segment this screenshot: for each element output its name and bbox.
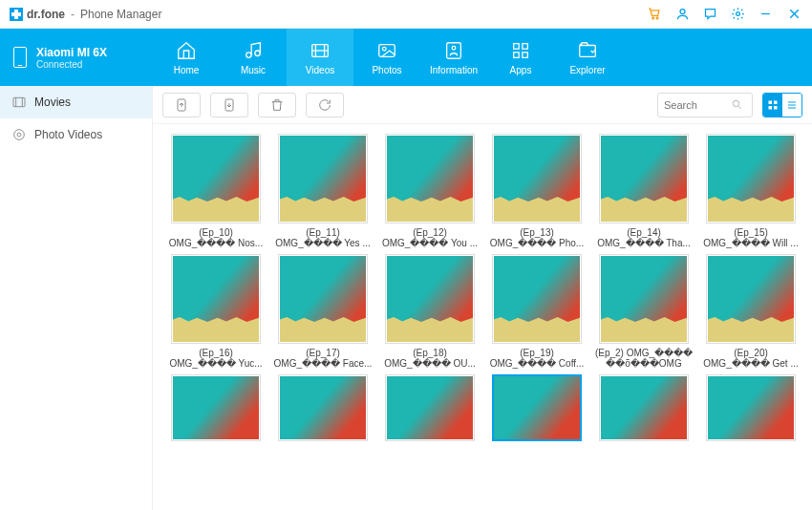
video-thumbnail[interactable] [278,134,368,223]
nav-label: Music [241,65,266,75]
video-item[interactable] [590,374,697,441]
svg-rect-21 [580,45,596,56]
video-caption-2: OMG_���� Tha... [590,238,697,248]
view-toggle [762,93,802,117]
device-name: Xiaomi MI 6X [36,46,107,59]
video-thumbnail[interactable] [171,254,261,344]
video-caption-2: OMG_���� You ... [376,238,483,248]
video-thumbnail[interactable] [599,134,689,223]
delete-button[interactable] [258,93,296,117]
video-caption-1: (Ep_13) [483,227,590,238]
svg-point-29 [733,100,739,107]
settings-icon[interactable] [731,7,745,21]
video-item[interactable]: (Ep_20)OMG_���� Get ... [697,254,804,369]
video-caption-2: OMG_���� Coff... [483,358,590,369]
nav-information[interactable]: Information [420,29,487,86]
close-button[interactable] [786,6,802,22]
video-item[interactable] [162,374,269,441]
video-thumbnail[interactable] [492,254,582,344]
search-input[interactable] [664,99,731,111]
title-separator: - [71,8,75,21]
video-thumbnail[interactable] [599,374,689,441]
header-nav: Xiaomi MI 6X Connected HomeMusicVideosPh… [0,29,812,86]
video-item[interactable]: (Ep_17)OMG_���� Face... [269,254,376,369]
sidebar-item-movies[interactable]: Movies [0,86,152,118]
video-thumbnail[interactable] [706,374,796,441]
video-grid: (Ep_10)OMG_���� Nos...(Ep_11)OMG_���� Ye… [153,124,812,510]
video-caption-1: (Ep_12) [376,227,483,238]
main-panel: (Ep_10)OMG_���� Nos...(Ep_11)OMG_���� Ye… [153,86,812,510]
svg-rect-22 [13,97,25,106]
video-item[interactable] [697,374,804,441]
video-item[interactable] [376,374,483,441]
video-caption-2: OMG_���� Nos... [162,238,269,248]
feedback-icon[interactable] [703,7,717,21]
svg-point-7 [246,52,252,57]
nav-videos[interactable]: Videos [287,29,353,86]
video-item[interactable]: (Ep_12)OMG_���� You ... [376,134,483,248]
video-item[interactable] [483,374,590,441]
nav-apps[interactable]: Apps [487,29,554,86]
video-item[interactable]: (Ep_13)OMG_���� Pho... [483,134,590,248]
svg-rect-13 [379,44,395,56]
video-thumbnail[interactable] [171,374,261,441]
titlebar: dr.fone - Phone Manager [0,0,812,29]
video-caption-1: (Ep_19) [483,348,590,358]
video-caption-2: ��õ���OMG [590,358,697,369]
video-item[interactable]: (Ep_16)OMG_���� Yuc... [162,254,269,369]
video-thumbnail[interactable] [385,374,475,441]
list-view-button[interactable] [782,94,801,117]
video-item[interactable]: (Ep_19)OMG_���� Coff... [483,254,590,369]
video-thumbnail[interactable] [492,134,582,223]
account-icon[interactable] [675,7,690,21]
export-button[interactable] [210,93,248,117]
video-thumbnail[interactable] [385,134,475,223]
svg-point-16 [452,46,456,50]
refresh-button[interactable] [306,93,344,117]
app-brand: dr.fone [27,8,65,21]
video-caption-2: OMG_���� Pho... [483,238,590,248]
video-caption-2: OMG_���� Face... [269,358,376,369]
video-thumbnail[interactable] [171,134,261,223]
nav-home[interactable]: Home [153,29,220,86]
video-item[interactable]: (Ep_2) OMG_������õ���OMG [590,254,697,369]
video-thumbnail[interactable] [278,374,368,441]
svg-point-3 [737,12,740,16]
search-icon [731,98,743,111]
cart-icon[interactable] [648,7,662,21]
svg-point-8 [255,51,261,56]
video-item[interactable]: (Ep_11)OMG_���� Yes ... [269,134,376,248]
video-caption-2: OMG_���� OU... [376,358,483,369]
video-item[interactable]: (Ep_15)OMG_���� Will ... [697,134,804,248]
video-caption-1: (Ep_10) [162,227,269,238]
svg-rect-31 [769,100,773,104]
video-item[interactable]: (Ep_10)OMG_���� Nos... [162,134,269,248]
minimize-button[interactable] [759,7,773,21]
nav-music[interactable]: Music [220,29,287,86]
sidebar-item-photo-videos[interactable]: Photo Videos [0,118,152,151]
video-item[interactable]: (Ep_18)OMG_���� OU... [376,254,483,369]
video-thumbnail[interactable] [706,134,796,223]
nav-explorer[interactable]: Explorer [554,29,621,86]
video-thumbnail[interactable] [599,254,689,344]
titlebar-actions [648,6,802,22]
nav-label: Apps [510,65,532,75]
video-thumbnail[interactable] [492,374,582,441]
import-button[interactable] [162,93,201,117]
svg-point-2 [680,10,685,14]
video-caption-1: (Ep_11) [269,227,376,238]
video-thumbnail[interactable] [278,254,368,344]
search-box[interactable] [657,93,753,117]
video-item[interactable] [269,374,376,441]
video-thumbnail[interactable] [706,254,796,344]
video-thumbnail[interactable] [385,254,475,344]
grid-view-button[interactable] [763,94,782,117]
device-panel[interactable]: Xiaomi MI 6X Connected [0,29,153,86]
nav-label: Information [430,65,478,75]
nav-label: Home [174,65,200,75]
sidebar: MoviesPhoto Videos [0,86,153,510]
svg-rect-18 [523,43,528,49]
video-caption-1: (Ep_14) [590,227,697,238]
video-item[interactable]: (Ep_14)OMG_���� Tha... [590,134,697,248]
nav-photos[interactable]: Photos [353,29,420,86]
